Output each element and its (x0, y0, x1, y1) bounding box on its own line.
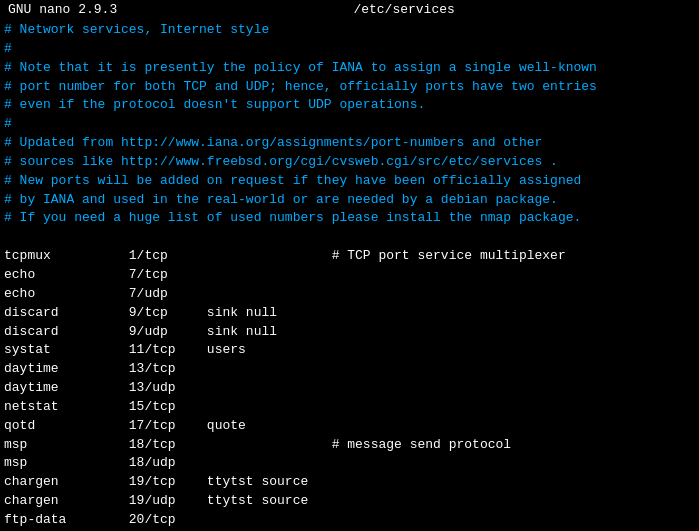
editor-line: discard 9/udp sink null (4, 323, 695, 342)
editor-line (4, 228, 695, 247)
editor-line: # by IANA and used in the real-world or … (4, 191, 695, 210)
editor-line: qotd 17/tcp quote (4, 417, 695, 436)
editor-line: echo 7/udp (4, 285, 695, 304)
editor-line: systat 11/tcp users (4, 341, 695, 360)
editor-line: # Note that it is presently the policy o… (4, 59, 695, 78)
titlebar: GNU nano 2.9.3 /etc/services (0, 0, 699, 19)
editor-line: # port number for both TCP and UDP; henc… (4, 78, 695, 97)
editor-line: chargen 19/tcp ttytst source (4, 473, 695, 492)
editor-line: # New ports will be added on request if … (4, 172, 695, 191)
editor-line: echo 7/tcp (4, 266, 695, 285)
editor-line: # (4, 40, 695, 59)
editor-line: # even if the protocol doesn't support U… (4, 96, 695, 115)
editor-line: # sources like http://www.freebsd.org/cg… (4, 153, 695, 172)
editor-line: ftp-data 20/tcp (4, 511, 695, 530)
app-name: GNU nano 2.9.3 (8, 2, 117, 17)
editor-line: # Network services, Internet style (4, 21, 695, 40)
editor-line: tcpmux 1/tcp # TCP port service multiple… (4, 247, 695, 266)
editor-line: # (4, 115, 695, 134)
editor: # Network services, Internet style## Not… (0, 19, 699, 531)
editor-line: # Updated from http://www.iana.org/assig… (4, 134, 695, 153)
editor-line: netstat 15/tcp (4, 398, 695, 417)
editor-line: msp 18/tcp # message send protocol (4, 436, 695, 455)
editor-line: # If you need a huge list of used number… (4, 209, 695, 228)
editor-line: daytime 13/tcp (4, 360, 695, 379)
editor-line: discard 9/tcp sink null (4, 304, 695, 323)
file-path: /etc/services (353, 2, 454, 17)
editor-line: chargen 19/udp ttytst source (4, 492, 695, 511)
editor-line: msp 18/udp (4, 454, 695, 473)
editor-line: daytime 13/udp (4, 379, 695, 398)
